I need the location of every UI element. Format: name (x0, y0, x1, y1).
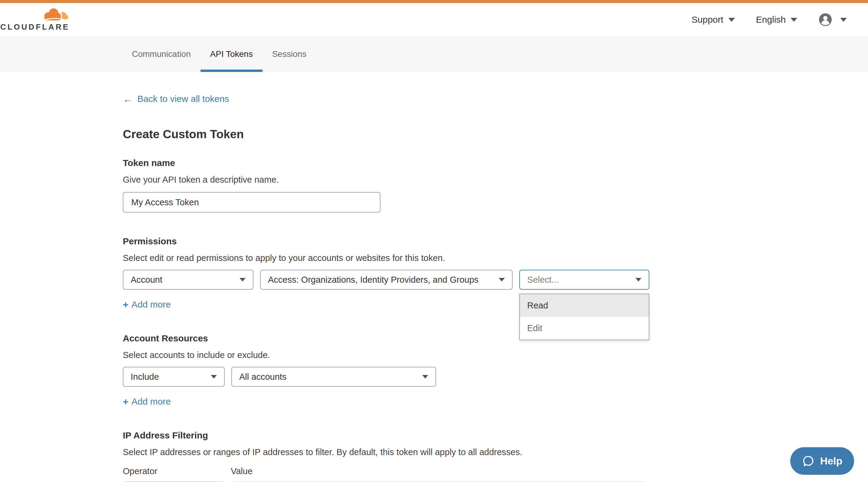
permission-scope-select[interactable]: Account (123, 270, 253, 290)
plus-icon: + (123, 300, 128, 309)
chevron-down-icon (211, 375, 217, 379)
permission-scope-value: Account (131, 275, 162, 285)
language-menu-label: English (756, 14, 786, 25)
permission-resource-value: Access: Organizations, Identity Provider… (268, 275, 478, 285)
cloudflare-logo: CLOUDFLARE (9, 8, 69, 32)
tab-communication[interactable]: Communication (122, 36, 200, 72)
chevron-down-icon (728, 18, 735, 22)
chevron-down-icon (790, 18, 797, 22)
resource-mode-select[interactable]: Include (123, 367, 225, 387)
permission-level-menu: Read Edit (519, 294, 649, 340)
page-title: Create Custom Token (123, 128, 868, 141)
account-resources-description: Select accounts to include or exclude. (123, 350, 868, 360)
language-menu[interactable]: English (756, 14, 797, 25)
tab-sessions[interactable]: Sessions (262, 36, 316, 72)
value-label: Value (231, 466, 252, 476)
speech-bubble-icon (802, 455, 815, 468)
resource-mode-value: Include (131, 372, 159, 382)
account-resources-add-more-link[interactable]: + Add more (123, 396, 171, 407)
back-arrow-icon: ← (123, 94, 133, 104)
chevron-down-icon (240, 278, 246, 282)
resource-accounts-value: All accounts (239, 372, 286, 382)
header: CLOUDFLARE Support English (0, 3, 868, 36)
permission-level-placeholder: Select... (527, 275, 559, 285)
cloudflare-logo-text: CLOUDFLARE (0, 22, 69, 32)
permission-resource-select[interactable]: Access: Organizations, Identity Provider… (260, 270, 513, 290)
cloudflare-cloud-icon (39, 8, 69, 22)
operator-label: Operator (123, 466, 231, 476)
help-button-label: Help (820, 455, 843, 467)
permissions-row: Account Access: Organizations, Identity … (123, 270, 868, 290)
account-resources-row: Include All accounts (123, 367, 868, 387)
account-resources-heading: Account Resources (123, 333, 868, 344)
permissions-add-more-link[interactable]: + Add more (123, 299, 171, 310)
token-name-input[interactable] (123, 192, 380, 213)
permissions-description: Select edit or read permissions to apply… (123, 253, 868, 263)
back-to-tokens-link[interactable]: ← Back to view all tokens (123, 94, 229, 104)
ip-filtering-labels: Operator Value (123, 466, 868, 476)
profile-tabbar: Communication API Tokens Sessions (0, 36, 868, 72)
add-more-label: Add more (131, 299, 171, 310)
brand-top-bar (0, 0, 868, 3)
resource-accounts-select[interactable]: All accounts (231, 367, 436, 387)
permission-level-select[interactable]: Select... (519, 270, 649, 290)
ip-filtering-description: Select IP addresses or ranges of IP addr… (123, 447, 868, 457)
help-button[interactable]: Help (790, 447, 854, 475)
menu-option-edit[interactable]: Edit (520, 317, 649, 340)
token-name-heading: Token name (123, 158, 868, 168)
permission-level-dropdown: Select... Read Edit (519, 270, 649, 290)
back-link-label: Back to view all tokens (137, 94, 229, 104)
menu-option-read[interactable]: Read (520, 294, 649, 317)
main-content: ← Back to view all tokens Create Custom … (0, 72, 868, 482)
tab-api-tokens[interactable]: API Tokens (200, 36, 262, 72)
chevron-down-icon (499, 278, 505, 282)
chevron-down-icon (422, 375, 428, 379)
chevron-down-icon (636, 278, 642, 282)
chevron-down-icon (840, 18, 847, 22)
add-more-label: Add more (131, 396, 171, 407)
ip-filtering-heading: IP Address Filtering (123, 430, 868, 441)
plus-icon: + (123, 397, 128, 407)
header-nav: Support English (692, 13, 847, 27)
support-menu-label: Support (692, 14, 723, 25)
token-name-description: Give your API token a descriptive name. (123, 175, 868, 185)
support-menu[interactable]: Support (692, 14, 735, 25)
account-menu[interactable] (818, 13, 847, 27)
permissions-heading: Permissions (123, 236, 868, 247)
avatar-icon (818, 13, 832, 27)
